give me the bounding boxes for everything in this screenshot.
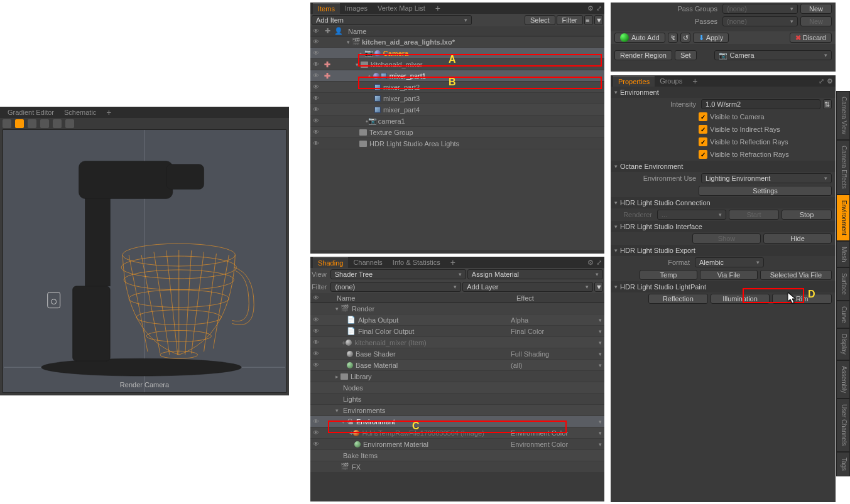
side-tab-curve[interactable]: Curve xyxy=(836,301,850,329)
shader-row-km[interactable]: 👁 + kitchenaid_mixer (Item) ▾ xyxy=(310,337,604,348)
sync-icon-2[interactable]: ↺ xyxy=(680,33,690,43)
expand-icon-3[interactable]: ⤢ xyxy=(819,77,824,85)
discard-button[interactable]: ✖Discard xyxy=(790,33,832,43)
stop-button[interactable]: Stop xyxy=(782,210,832,220)
renderer-dropdown[interactable]: ... xyxy=(657,210,726,220)
add-layer-dropdown[interactable]: Add Layer xyxy=(462,282,593,292)
pass-groups-dropdown[interactable]: (none) xyxy=(722,4,798,14)
side-tab-mesh[interactable]: Mesh xyxy=(836,241,850,267)
selected-via-file-button[interactable]: Selected Via File xyxy=(760,270,832,280)
intensity-input[interactable]: 1.0 W/srm2 xyxy=(701,99,820,109)
assign-material-dropdown[interactable]: Assign Material xyxy=(467,269,603,279)
show-button[interactable]: Show xyxy=(692,233,761,244)
illumination-button[interactable]: Illumination xyxy=(711,294,770,304)
section-hdrls-export[interactable]: HDR Light Studio Export xyxy=(611,245,836,256)
side-tab-camera-view[interactable]: Camera View xyxy=(836,91,850,140)
temp-button[interactable]: Temp xyxy=(640,270,697,280)
tab-add-shading[interactable]: + xyxy=(445,256,460,269)
side-tab-environment[interactable]: Environment xyxy=(836,195,850,241)
via-file-button[interactable]: Via File xyxy=(700,270,758,280)
env-use-dropdown[interactable]: Lighting Environment xyxy=(701,173,832,183)
item-row-mixer2[interactable]: 👁 mixer_part2 xyxy=(310,82,604,93)
gear-icon[interactable]: ⚙ xyxy=(587,4,594,13)
hide-button[interactable]: Hide xyxy=(763,233,832,244)
add-item-dropdown[interactable]: Add Item xyxy=(312,15,472,25)
format-dropdown[interactable]: Alembic xyxy=(695,257,764,267)
start-button[interactable]: Start xyxy=(729,210,779,220)
item-row-scene[interactable]: 👁 ▾🎬 kitchen_aid_area_lights.lxo* xyxy=(310,36,604,48)
gear-icon-3[interactable]: ⚙ xyxy=(827,77,833,85)
shader-row-final[interactable]: 👁 📄 Final Color Output Final Color▾ xyxy=(310,326,604,337)
item-row-mixer1[interactable]: 👁✚ • mixer_part1 xyxy=(310,70,604,82)
select-button[interactable]: Select xyxy=(525,15,555,25)
passes-dropdown[interactable]: (none) xyxy=(722,16,798,26)
shader-row-bake[interactable]: Bake Items xyxy=(310,450,604,461)
item-row-camera1[interactable]: 👁 • 📷 camera1 xyxy=(310,115,604,127)
shader-row-envmat[interactable]: 👁 Environment Material Environment Color… xyxy=(310,439,604,450)
rim-button[interactable]: Rim xyxy=(772,294,832,304)
vis-reflection-check[interactable]: ✓ xyxy=(699,137,707,146)
shader-row-basemat[interactable]: 👁 Base Material (all)▾ xyxy=(310,360,604,371)
side-tab-assembly[interactable]: Assembly xyxy=(836,360,850,399)
vp-icon-4[interactable] xyxy=(40,119,49,128)
funnel-icon-2[interactable]: ▼ xyxy=(594,282,603,292)
vis-refraction-check[interactable]: ✓ xyxy=(699,150,707,159)
vp-icon-3[interactable] xyxy=(28,119,36,128)
camera-dropdown[interactable]: 📷 Camera xyxy=(714,50,832,60)
side-tab-display[interactable]: Display xyxy=(836,328,850,360)
shader-row-nodes[interactable]: Nodes xyxy=(310,382,604,394)
settings-button[interactable]: Settings xyxy=(699,186,832,196)
expand-icon-2[interactable]: ⤢ xyxy=(596,259,602,267)
section-environment[interactable]: Environment xyxy=(611,87,836,98)
side-tab-tags[interactable]: Tags xyxy=(836,452,850,476)
tab-schematic[interactable]: Schematic xyxy=(59,107,101,117)
section-hdrls-iface[interactable]: HDR Light Studio Interface xyxy=(611,221,836,232)
vis-indirect-check[interactable]: ✓ xyxy=(699,125,707,134)
tab-info-stats[interactable]: Info & Statistics xyxy=(388,257,445,267)
tab-shading[interactable]: Shading xyxy=(313,257,348,268)
render-region-button[interactable]: Render Region xyxy=(614,50,672,60)
vp-icon-1[interactable] xyxy=(3,119,11,128)
shader-row-fx[interactable]: 🎬 FX xyxy=(310,461,604,473)
sync-icon-1[interactable]: ↯ xyxy=(668,33,678,43)
filter-dropdown[interactable]: (none) xyxy=(330,282,461,292)
viewport-3d[interactable]: Render Camera xyxy=(3,129,286,393)
name-col-header[interactable]: Name xyxy=(333,294,516,302)
name-column-header[interactable]: Name xyxy=(344,28,366,35)
shader-row-environment[interactable]: 👁 ▾🌤 Environment ▾ xyxy=(310,416,604,427)
tab-add-items[interactable]: + xyxy=(430,2,445,14)
intensity-spinner[interactable]: ⇅ xyxy=(823,99,832,109)
side-tab-camera-effects[interactable]: Camera Effects xyxy=(836,140,850,195)
shader-tree-dropdown[interactable]: Shader Tree xyxy=(330,269,466,279)
item-row-hdrls[interactable]: 👁 HDR Light Studio Area Lights xyxy=(310,138,604,149)
filter-button[interactable]: Filter xyxy=(557,15,583,25)
vp-icon-5[interactable] xyxy=(53,119,62,128)
expand-icon[interactable]: ⤢ xyxy=(596,4,602,13)
shader-row-lights[interactable]: Lights xyxy=(310,394,604,405)
reflection-button[interactable]: Reflection xyxy=(648,294,708,304)
tab-properties[interactable]: Properties xyxy=(613,76,655,87)
gear-icon-2[interactable]: ⚙ xyxy=(587,259,594,267)
item-row-kitchenaid[interactable]: 👁✚ ▾ kitchenaid_mixer xyxy=(310,59,604,70)
tab-add[interactable]: + xyxy=(101,106,116,119)
shader-row-library[interactable]: ▸ Library xyxy=(310,371,604,382)
shader-row-render[interactable]: ▾🎬 Render xyxy=(310,303,604,314)
apply-button[interactable]: ⬇Apply xyxy=(693,33,729,43)
tab-items[interactable]: Items xyxy=(313,3,340,14)
section-octane[interactable]: Octane Environment xyxy=(611,161,836,172)
set-button[interactable]: Set xyxy=(675,50,697,60)
list-icon[interactable]: ≡ xyxy=(584,15,593,25)
shader-row-hdrtemp[interactable]: 👁 + HdrlsTempRawFile1705830564 (Image) E… xyxy=(310,427,604,439)
auto-add-button[interactable]: Auto Add xyxy=(614,33,665,43)
vp-icon-6[interactable] xyxy=(65,119,74,128)
effect-col-header[interactable]: Effect xyxy=(516,294,604,302)
item-row-texture[interactable]: 👁 Texture Group xyxy=(310,127,604,138)
item-row-mixer4[interactable]: 👁 mixer_part4 xyxy=(310,104,604,115)
shader-row-alpha[interactable]: 👁 📄 Alpha Output Alpha▾ xyxy=(310,314,604,326)
vis-camera-check[interactable]: ✓ xyxy=(699,112,707,121)
side-tab-user-channels[interactable]: User Channels xyxy=(836,399,850,451)
side-tab-surface[interactable]: Surface xyxy=(836,267,850,300)
section-lightpaint[interactable]: HDR Light Studio LightPaint xyxy=(611,281,836,292)
tab-images[interactable]: Images xyxy=(340,3,373,13)
item-row-mixer3[interactable]: 👁 mixer_part3 xyxy=(310,93,604,104)
